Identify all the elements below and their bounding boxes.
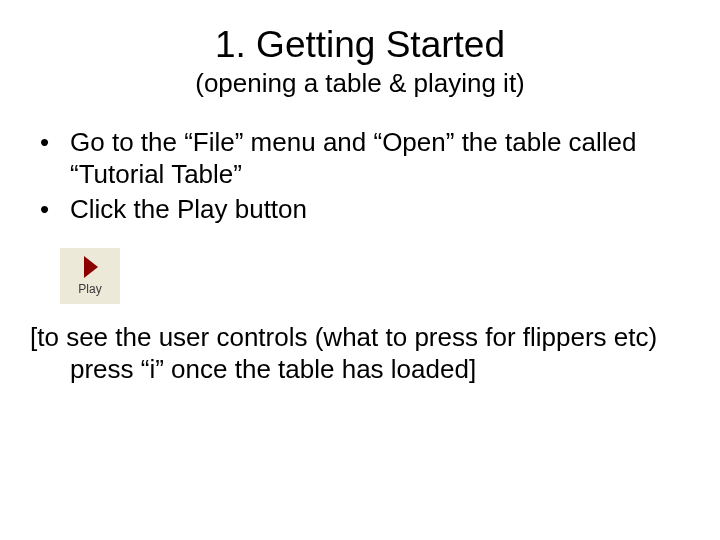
play-button-label: Play [60, 282, 120, 296]
play-icon [60, 254, 120, 280]
slide-note: [to see the user controls (what to press… [30, 322, 690, 385]
play-button[interactable]: Play [60, 248, 120, 304]
slide: 1. Getting Started (opening a table & pl… [0, 0, 720, 540]
slide-title: 1. Getting Started [30, 24, 690, 66]
svg-marker-0 [84, 256, 98, 278]
bullet-item: Go to the “File” menu and “Open” the tab… [30, 127, 690, 190]
slide-subtitle: (opening a table & playing it) [30, 68, 690, 99]
bullet-item: Click the Play button [30, 194, 690, 226]
bullet-list: Go to the “File” menu and “Open” the tab… [30, 127, 690, 226]
